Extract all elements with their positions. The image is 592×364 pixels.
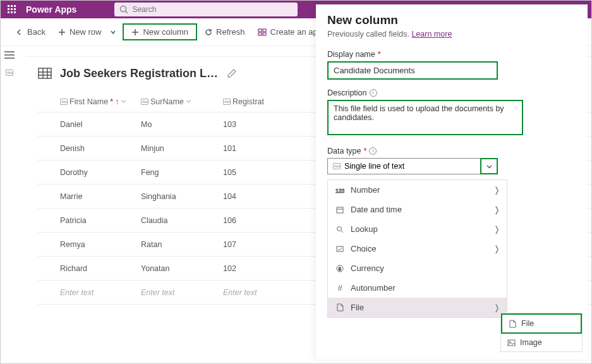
- svg-rect-4: [11, 8, 13, 10]
- new-column-button[interactable]: New column: [123, 23, 197, 40]
- rail-menu-icon[interactable]: [1, 46, 18, 64]
- back-button[interactable]: Back: [11, 25, 51, 39]
- chevron-down-icon: [186, 99, 191, 104]
- chevron-right-icon: ❭: [493, 244, 500, 253]
- sort-asc-icon: ↑: [115, 97, 119, 106]
- dd-item-date[interactable]: Date and time ❭: [328, 200, 507, 219]
- waffle-icon[interactable]: [6, 3, 18, 16]
- new-row-chevron[interactable]: [107, 27, 119, 38]
- svg-rect-18: [263, 33, 266, 35]
- currency-icon: $: [334, 265, 346, 272]
- edit-title-icon[interactable]: [227, 69, 236, 78]
- create-app-label: Create an app: [270, 27, 322, 37]
- svg-line-10: [126, 11, 128, 14]
- new-row-button[interactable]: New row: [53, 25, 107, 39]
- refresh-label: Refresh: [216, 27, 245, 37]
- number-icon: 123: [334, 186, 346, 194]
- svg-rect-17: [258, 33, 262, 35]
- dd-item-choice[interactable]: Choice ❭: [328, 239, 507, 258]
- svg-rect-8: [14, 11, 16, 13]
- app-title: Power Apps: [26, 4, 76, 15]
- new-column-label: New column: [143, 27, 188, 37]
- svg-rect-15: [258, 29, 262, 32]
- description-label: Description i: [327, 88, 576, 97]
- text-type-icon: Abc: [333, 163, 341, 169]
- data-type-label: Data type* i: [327, 147, 576, 155]
- col-first-name[interactable]: Abc First Name* ↑: [56, 97, 138, 106]
- hash-icon: #: [334, 283, 346, 293]
- text-type-icon: Abc: [60, 99, 68, 105]
- svg-point-30: [337, 226, 342, 231]
- new-column-panel: New column Previously called fields. Lea…: [316, 4, 588, 360]
- dd-item-currency[interactable]: $ Currency: [328, 258, 507, 278]
- file-flyout: File Image: [500, 313, 583, 352]
- search-box[interactable]: [114, 3, 298, 16]
- flyout-item-image[interactable]: Image: [501, 334, 582, 351]
- info-icon[interactable]: i: [369, 147, 377, 155]
- file-icon: [507, 320, 517, 328]
- new-row-label: New row: [69, 27, 102, 37]
- display-name-input[interactable]: [327, 61, 498, 80]
- svg-rect-16: [263, 29, 266, 32]
- svg-text:123: 123: [335, 188, 344, 194]
- text-type-icon: Abc: [223, 99, 231, 105]
- col-surname[interactable]: Abc SurName: [138, 97, 220, 106]
- left-rail: Abc: [1, 46, 18, 82]
- chevron-right-icon: ❭: [493, 205, 500, 214]
- back-label: Back: [27, 27, 45, 37]
- refresh-button[interactable]: Refresh: [200, 25, 250, 39]
- table-icon: [37, 66, 52, 81]
- svg-rect-22: [39, 68, 51, 78]
- svg-rect-1: [11, 5, 13, 7]
- svg-rect-2: [14, 5, 16, 7]
- dd-item-lookup[interactable]: Lookup ❭: [328, 219, 507, 239]
- display-name-label: Display name*: [327, 50, 576, 59]
- data-type-dropdown: 123 Number ❭ Date and time ❭ Lookup ❭ Ch…: [327, 179, 507, 318]
- svg-rect-5: [14, 8, 16, 10]
- panel-title: New column: [327, 13, 576, 27]
- description-input[interactable]: [327, 100, 523, 135]
- page-title: Job Seekers Registration L…: [60, 67, 218, 80]
- dd-item-autonumber[interactable]: # Autonumber: [328, 278, 507, 298]
- dd-item-number[interactable]: 123 Number ❭: [328, 180, 507, 200]
- svg-rect-3: [8, 8, 9, 10]
- svg-line-31: [341, 231, 343, 233]
- search-input[interactable]: [132, 5, 293, 14]
- col-registration[interactable]: Abc Registrat: [220, 97, 290, 106]
- svg-point-9: [121, 6, 126, 12]
- svg-rect-35: [508, 340, 515, 346]
- data-type-select[interactable]: Abc Single line of text: [327, 158, 498, 174]
- text-type-icon: Abc: [141, 99, 148, 105]
- info-icon[interactable]: i: [370, 89, 377, 97]
- dd-item-file[interactable]: File ❭: [328, 298, 507, 317]
- rail-text-icon[interactable]: Abc: [1, 64, 18, 82]
- calendar-icon: [334, 206, 346, 214]
- learn-more-link[interactable]: Learn more: [411, 30, 452, 39]
- svg-rect-32: [337, 246, 343, 252]
- svg-rect-6: [8, 11, 9, 13]
- image-icon: [506, 339, 516, 346]
- chevron-down-icon: [121, 99, 126, 104]
- file-icon: [334, 303, 346, 312]
- svg-rect-7: [11, 11, 13, 13]
- chevron-right-icon: ❭: [493, 303, 500, 312]
- chevron-right-icon: ❭: [493, 185, 500, 195]
- chevron-down-icon[interactable]: [480, 158, 498, 174]
- lookup-icon: [334, 226, 346, 233]
- flyout-item-file[interactable]: File: [501, 313, 582, 334]
- svg-rect-0: [8, 5, 9, 7]
- svg-rect-28: [337, 207, 343, 213]
- search-icon: [119, 5, 128, 14]
- choice-icon: [334, 245, 346, 253]
- svg-text:$: $: [339, 266, 342, 272]
- chevron-right-icon: ❭: [493, 224, 500, 234]
- panel-subtitle: Previously called fields. Learn more: [327, 30, 576, 39]
